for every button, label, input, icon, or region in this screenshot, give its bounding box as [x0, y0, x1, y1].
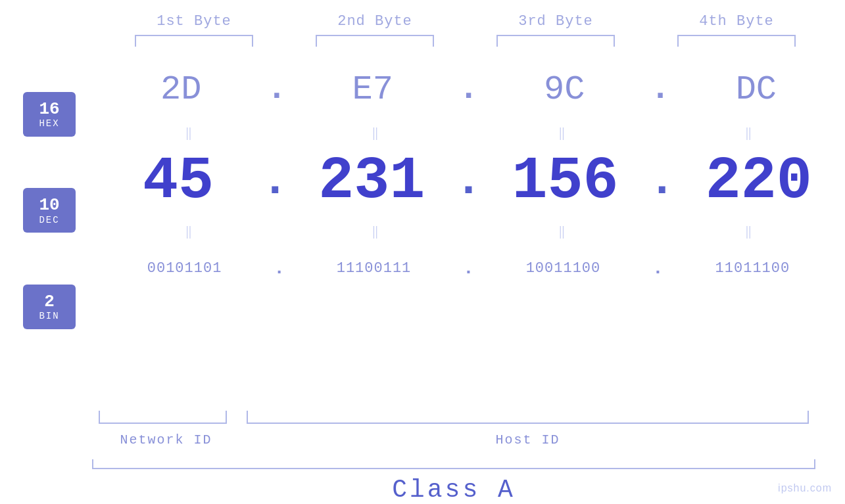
hex-byte-1: 2D — [99, 70, 263, 109]
bracket-cell-2 — [285, 35, 466, 47]
equal-row-2: || || || || — [92, 218, 845, 244]
bracket-cell-1 — [104, 35, 285, 47]
main-container: 1st Byte 2nd Byte 3rd Byte 4th Byte 16 H… — [0, 0, 845, 504]
bin-dot-3: . — [649, 260, 667, 278]
byte-header-1: 1st Byte — [104, 13, 285, 30]
hex-base-name: HEX — [39, 118, 59, 129]
network-id-label: Network ID — [92, 432, 240, 447]
bracket-top-1 — [135, 35, 253, 47]
equal-1: || — [99, 124, 279, 141]
bracket-top-4 — [677, 35, 796, 47]
network-bracket — [99, 411, 227, 424]
bin-dot-1: . — [270, 260, 288, 278]
hex-dot-3: . — [646, 72, 673, 106]
host-bracket — [247, 411, 809, 424]
dec-base-name: DEC — [39, 215, 59, 225]
dec-badge: 10 DEC — [23, 188, 76, 233]
bracket-top-2 — [316, 35, 434, 47]
hex-badge: 16 HEX — [23, 92, 76, 137]
hex-base-number: 16 — [39, 100, 59, 119]
hex-byte-2: E7 — [291, 70, 455, 109]
bottom-brackets-row — [92, 411, 815, 427]
bracket-cell-3 — [466, 35, 646, 47]
equal-3: || — [472, 124, 652, 141]
dec-dot-3: . — [645, 158, 679, 204]
dec-dot-1: . — [258, 158, 292, 204]
byte-headers: 1st Byte 2nd Byte 3rd Byte 4th Byte — [104, 13, 827, 30]
hex-row: 2D . E7 . 9C . DC — [92, 60, 845, 119]
dec-byte-2: 231 — [292, 148, 451, 215]
values-area: 2D . E7 . 9C . DC || || || || 45 — [92, 60, 845, 407]
byte-header-4: 4th Byte — [646, 13, 827, 30]
equal-6: || — [285, 222, 466, 239]
watermark: ipshu.com — [778, 482, 832, 494]
bin-dot-2: . — [460, 260, 477, 278]
dec-row: 45 . 231 . 156 . 220 — [92, 145, 845, 218]
host-id-label: Host ID — [240, 432, 815, 447]
bin-base-number: 2 — [44, 292, 55, 311]
equal-row-1: || || || || — [92, 119, 845, 145]
bin-byte-3: 10011100 — [477, 260, 649, 277]
equal-4: || — [658, 124, 838, 141]
equal-8: || — [658, 222, 838, 239]
bottom-section: Network ID Host ID Class A — [0, 411, 845, 504]
class-bracket — [92, 459, 815, 469]
class-label: Class A — [92, 476, 815, 504]
byte-header-2: 2nd Byte — [285, 13, 466, 30]
equal-5: || — [99, 222, 279, 239]
content-area: 16 HEX 10 DEC 2 BIN 2D . E7 . 9C . DC — [0, 60, 845, 407]
hex-dot-2: . — [455, 72, 482, 106]
hex-dot-1: . — [263, 72, 290, 106]
bin-badge: 2 BIN — [23, 285, 76, 329]
byte-header-3: 3rd Byte — [466, 13, 646, 30]
dec-base-number: 10 — [39, 196, 59, 215]
bin-row: 00101101 . 11100111 . 10011100 . 1101110… — [92, 244, 845, 293]
bracket-top-3 — [496, 35, 615, 47]
equal-7: || — [472, 222, 652, 239]
dec-dot-2: . — [451, 158, 485, 204]
base-labels: 16 HEX 10 DEC 2 BIN — [0, 60, 92, 407]
bin-byte-2: 11100111 — [288, 260, 460, 277]
bin-byte-1: 00101101 — [99, 260, 270, 277]
equal-2: || — [285, 124, 466, 141]
id-labels-row: Network ID Host ID — [92, 432, 815, 447]
hex-byte-3: 9C — [482, 70, 646, 109]
class-line-container: Class A — [92, 459, 815, 504]
bracket-cell-4 — [646, 35, 827, 47]
bin-byte-4: 11011100 — [667, 260, 838, 277]
hex-byte-4: DC — [674, 70, 838, 109]
dec-byte-4: 220 — [679, 148, 838, 215]
bin-base-name: BIN — [39, 311, 59, 321]
top-brackets — [104, 35, 827, 47]
dec-byte-1: 45 — [99, 148, 258, 215]
dec-byte-3: 156 — [486, 148, 645, 215]
